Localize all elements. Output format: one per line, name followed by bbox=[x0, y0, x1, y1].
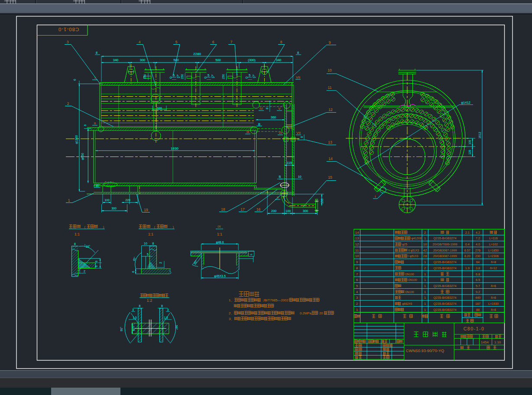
svg-text:3: 3 bbox=[356, 296, 358, 300]
svg-text:80: 80 bbox=[96, 184, 99, 187]
svg-text:340: 340 bbox=[113, 58, 119, 62]
svg-text:150: 150 bbox=[321, 199, 324, 204]
svg-text:δ=8: δ=8 bbox=[491, 260, 496, 264]
svg-text:42: 42 bbox=[423, 248, 427, 252]
svg-text:2280: 2280 bbox=[193, 52, 201, 56]
svg-text:1.5: 1.5 bbox=[133, 316, 136, 319]
svg-text:C80-1-0: C80-1-0 bbox=[58, 27, 79, 32]
svg-text:VII: VII bbox=[296, 131, 301, 135]
svg-text:2: 2 bbox=[159, 262, 162, 264]
svg-text:10: 10 bbox=[423, 242, 427, 246]
svg-text:DN100: DN100 bbox=[405, 273, 414, 276]
svg-text:1: 1 bbox=[424, 260, 426, 264]
svg-text:1:10: 1:10 bbox=[494, 340, 501, 344]
svg-text:φ25: φ25 bbox=[402, 243, 407, 246]
svg-text:VII: VII bbox=[296, 75, 300, 79]
svg-text:B: B bbox=[279, 175, 281, 179]
svg-text:II φ51X3: II φ51X3 bbox=[408, 249, 419, 252]
svg-text:7: 7 bbox=[356, 272, 358, 276]
svg-text:(300): (300) bbox=[248, 58, 256, 62]
svg-text:20/GB/T699-1999: 20/GB/T699-1999 bbox=[432, 242, 457, 246]
svg-text:δ=6: δ=6 bbox=[491, 296, 496, 300]
svg-text:1: 1 bbox=[424, 284, 426, 288]
svg-text:4.2: 4.2 bbox=[476, 231, 480, 235]
svg-text:500: 500 bbox=[215, 58, 221, 62]
svg-text:11: 11 bbox=[328, 85, 332, 90]
svg-text:L=1850: L=1850 bbox=[488, 248, 499, 252]
svg-text:340: 340 bbox=[276, 58, 282, 62]
svg-text:1: 1 bbox=[424, 272, 426, 276]
svg-text:13: 13 bbox=[355, 236, 359, 240]
svg-text:10: 10 bbox=[144, 242, 147, 245]
svg-text:VI: VI bbox=[279, 131, 282, 135]
svg-text:16°: 16° bbox=[86, 245, 91, 248]
svg-text:8: 8 bbox=[280, 40, 282, 44]
svg-text:8: 8 bbox=[161, 304, 163, 307]
svg-text:90°: 90° bbox=[175, 325, 178, 330]
svg-text:100: 100 bbox=[157, 107, 162, 110]
svg-text:8.20: 8.20 bbox=[464, 254, 470, 258]
svg-text:1.9: 1.9 bbox=[465, 266, 470, 270]
svg-text:φ45X3.5: φ45X3.5 bbox=[214, 274, 226, 278]
svg-text:8: 8 bbox=[152, 242, 154, 245]
svg-text:Q235-B/GB3274: Q235-B/GB3274 bbox=[433, 296, 456, 300]
svg-text:14: 14 bbox=[328, 157, 333, 161]
svg-text:IV: IV bbox=[260, 107, 263, 111]
svg-text:11: 11 bbox=[355, 248, 359, 252]
svg-text:6: 6 bbox=[73, 79, 76, 81]
svg-text:1: 1 bbox=[356, 308, 358, 312]
svg-text:8: 8 bbox=[74, 242, 76, 245]
svg-text:100: 100 bbox=[468, 140, 471, 144]
svg-text:2: 2 bbox=[356, 302, 358, 306]
svg-text:6: 6 bbox=[356, 278, 358, 282]
svg-text:0.4: 0.4 bbox=[465, 242, 470, 246]
svg-text:18: 18 bbox=[221, 207, 225, 212]
svg-text:8: 8 bbox=[297, 51, 299, 55]
svg-text:276: 276 bbox=[475, 248, 480, 252]
svg-text:I φ51X3: I φ51X3 bbox=[408, 255, 418, 258]
svg-text:3、: 3、 bbox=[229, 317, 234, 321]
svg-text:3: 3 bbox=[167, 308, 169, 311]
svg-text:9: 9 bbox=[329, 40, 331, 45]
svg-text:2、: 2、 bbox=[229, 311, 234, 315]
svg-text:230: 230 bbox=[475, 254, 480, 258]
svg-text:6: 6 bbox=[212, 40, 214, 44]
svg-text:Q235-B/GB3274: Q235-B/GB3274 bbox=[433, 260, 456, 264]
svg-text:1930: 1930 bbox=[171, 147, 178, 150]
svg-text:90°: 90° bbox=[120, 327, 123, 332]
svg-text:4.0: 4.0 bbox=[476, 242, 480, 246]
svg-text:3: 3 bbox=[67, 40, 69, 44]
svg-text:17: 17 bbox=[240, 207, 245, 212]
svg-text:δ=8: δ=8 bbox=[491, 308, 496, 312]
svg-text:I: I bbox=[94, 76, 95, 80]
svg-text:8: 8 bbox=[139, 304, 141, 307]
svg-text:6: 6 bbox=[132, 271, 135, 273]
svg-text:6: 6 bbox=[95, 261, 98, 262]
svg-text:φ1300: φ1300 bbox=[75, 135, 78, 144]
svg-text:8: 8 bbox=[96, 51, 97, 55]
svg-text:6.8: 6.8 bbox=[476, 272, 480, 276]
svg-text:Q235-B/GB3274: Q235-B/GB3274 bbox=[433, 308, 456, 312]
svg-text:II: II bbox=[94, 121, 96, 125]
svg-text:200: 200 bbox=[271, 209, 277, 213]
svg-text:150: 150 bbox=[181, 74, 184, 79]
svg-text:): ) bbox=[173, 225, 174, 229]
svg-text:360: 360 bbox=[271, 115, 276, 119]
svg-text:6: 6 bbox=[95, 265, 98, 267]
svg-text:1: 1 bbox=[424, 308, 426, 312]
svg-text:φ412X8: φ412X8 bbox=[412, 237, 422, 240]
svg-text:8: 8 bbox=[356, 266, 358, 270]
svg-text:V: V bbox=[278, 107, 281, 111]
svg-text:1、: 1、 bbox=[229, 298, 234, 302]
svg-text:1: 1 bbox=[424, 290, 426, 294]
svg-text:5: 5 bbox=[175, 40, 178, 44]
svg-text:5: 5 bbox=[356, 284, 358, 288]
svg-text:φ662X6: φ662X6 bbox=[402, 302, 412, 306]
svg-text:300: 300 bbox=[140, 58, 146, 62]
svg-text:2: 2 bbox=[67, 101, 69, 106]
svg-text:DN100: DN100 bbox=[408, 278, 417, 281]
svg-text:JB/T7985—2002: JB/T7985—2002 bbox=[263, 298, 289, 302]
svg-text:300: 300 bbox=[303, 209, 308, 213]
svg-text:0.2MPa: 0.2MPa bbox=[300, 311, 312, 315]
svg-text:15: 15 bbox=[328, 175, 332, 180]
